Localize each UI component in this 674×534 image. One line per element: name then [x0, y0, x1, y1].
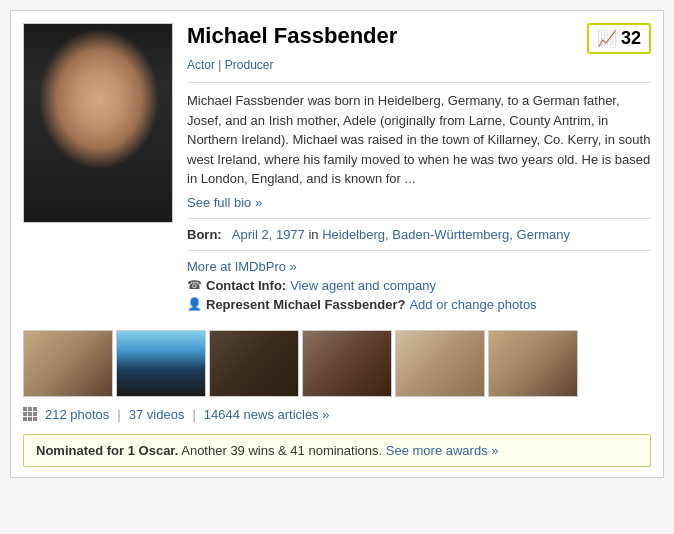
grid-dot — [33, 407, 37, 411]
born-label: Born: — [187, 227, 222, 242]
bio-text: Michael Fassbender was born in Heidelber… — [187, 91, 651, 189]
strip-photo-3[interactable] — [209, 330, 299, 397]
photos-count-link[interactable]: 212 photos — [45, 407, 109, 422]
awards-bold-text: Nominated for 1 Oscar. — [36, 443, 178, 458]
meta-sep-2: | — [192, 407, 195, 422]
grid-dot — [33, 412, 37, 416]
born-date — [225, 227, 229, 242]
strip-photo-6[interactable] — [488, 330, 578, 397]
contact-label: Contact Info: — [206, 278, 286, 293]
grid-dot — [28, 417, 32, 421]
strip-photo-2[interactable] — [116, 330, 206, 397]
info-column: Michael Fassbender 📈 32 Actor | Producer… — [187, 23, 651, 312]
profile-card: Michael Fassbender 📈 32 Actor | Producer… — [10, 10, 664, 478]
born-place-link[interactable]: Heidelberg, Baden-Württemberg, Germany — [322, 227, 570, 242]
photo-column — [23, 23, 173, 312]
divider-2 — [187, 218, 651, 219]
producer-role-link[interactable]: Producer — [225, 58, 274, 72]
awards-bar: Nominated for 1 Oscar. Another 39 wins &… — [23, 434, 651, 467]
born-row: Born: April 2, 1977 in Heidelberg, Baden… — [187, 227, 651, 242]
roles-row: Actor | Producer — [187, 58, 651, 72]
grid-dot — [28, 412, 32, 416]
person-name: Michael Fassbender — [187, 23, 397, 49]
actor-role-link[interactable]: Actor — [187, 58, 215, 72]
born-date-link[interactable]: April 2, 1977 — [232, 227, 305, 242]
divider-3 — [187, 250, 651, 251]
name-rank-row: Michael Fassbender 📈 32 — [187, 23, 651, 54]
grid-icon — [23, 407, 37, 421]
news-count-link[interactable]: 14644 news articles » — [204, 407, 330, 422]
grid-dot — [23, 407, 27, 411]
photo-face — [24, 24, 172, 222]
photos-strip — [11, 320, 663, 403]
rank-chart-icon: 📈 — [597, 29, 617, 48]
person-icon: 👤 — [187, 297, 202, 311]
rank-badge: 📈 32 — [587, 23, 651, 54]
main-profile-photo[interactable] — [23, 23, 173, 223]
see-full-bio-link[interactable]: See full bio » — [187, 195, 262, 210]
born-in-text: in — [308, 227, 322, 242]
divider-1 — [187, 82, 651, 83]
add-change-photos-link[interactable]: Add or change photos — [409, 297, 536, 312]
strip-photo-5[interactable] — [395, 330, 485, 397]
grid-dot — [33, 417, 37, 421]
awards-rest-text: Another 39 wins & 41 nominations. — [181, 443, 382, 458]
grid-dot — [23, 412, 27, 416]
grid-dot — [23, 417, 27, 421]
contact-link[interactable]: View agent and company — [290, 278, 436, 293]
imdbpro-link[interactable]: More at IMDbPro » — [187, 259, 651, 274]
meta-sep-1: | — [117, 407, 120, 422]
represent-row: 👤 Represent Michael Fassbender? Add or c… — [187, 297, 651, 312]
strip-photo-1[interactable] — [23, 330, 113, 397]
grid-dot — [28, 407, 32, 411]
represent-label: Represent Michael Fassbender? — [206, 297, 405, 312]
top-section: Michael Fassbender 📈 32 Actor | Producer… — [11, 11, 663, 320]
photos-meta-row: 212 photos | 37 videos | 14644 news arti… — [11, 403, 663, 430]
rank-number: 32 — [621, 28, 641, 49]
phone-icon: ☎ — [187, 278, 202, 292]
videos-count-link[interactable]: 37 videos — [129, 407, 185, 422]
strip-photo-4[interactable] — [302, 330, 392, 397]
contact-row: ☎ Contact Info: View agent and company — [187, 278, 651, 293]
see-more-awards-link[interactable]: See more awards » — [386, 443, 499, 458]
